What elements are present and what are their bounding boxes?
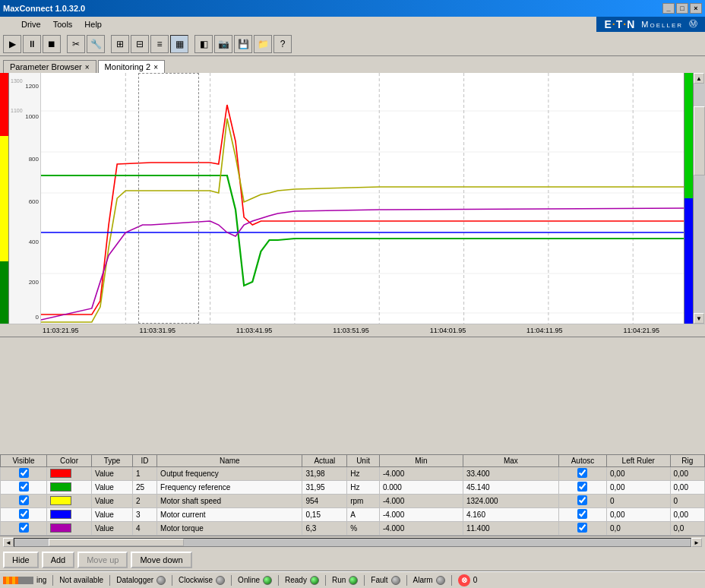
table-row[interactable]: Value1Output frequency31,98Hz0,000,00 bbox=[1, 467, 705, 481]
add-button[interactable]: Add bbox=[42, 552, 75, 568]
divider-8 bbox=[406, 575, 407, 586]
toolbar-btn-help[interactable]: ? bbox=[273, 35, 292, 53]
cell-name: Motor shaft speed bbox=[157, 495, 302, 508]
table-row[interactable]: Value4Motor torque6,3%0,00,0 bbox=[1, 522, 705, 536]
cell-type: Value bbox=[92, 495, 133, 508]
toolbar-btn-2[interactable]: ⏸ bbox=[23, 35, 41, 53]
cell-rig: 0,00 bbox=[670, 508, 704, 522]
menu-item-tools[interactable]: Tools bbox=[47, 18, 79, 30]
cell-min[interactable] bbox=[379, 495, 463, 508]
cell-unit: % bbox=[347, 522, 380, 536]
cell-color bbox=[47, 495, 92, 508]
cell-visible[interactable] bbox=[1, 495, 47, 508]
move-down-button[interactable]: Move down bbox=[131, 552, 191, 568]
menu-item-drive[interactable]: Drive bbox=[15, 18, 47, 30]
status-online: Online bbox=[238, 576, 272, 585]
th-leftruler: Left Ruler bbox=[607, 455, 671, 467]
cell-leftruler: 0,00 bbox=[607, 481, 671, 495]
scroll-track-v bbox=[694, 84, 705, 313]
table-row[interactable]: Value25Frequency reference31,95Hz0,000,0… bbox=[1, 481, 705, 495]
online-label: Online bbox=[238, 576, 260, 584]
tab-parameter-browser[interactable]: Parameter Browser × bbox=[3, 60, 96, 73]
scroll-down-btn[interactable]: ▼ bbox=[694, 313, 704, 324]
status-bar: ing Not available Datalogger Clockwise O… bbox=[0, 571, 705, 588]
toolbar-btn-9[interactable]: ▦ bbox=[170, 35, 188, 53]
th-rig: Rig bbox=[670, 455, 704, 467]
v-scrollbar[interactable]: ▲ ▼ bbox=[693, 73, 705, 324]
cell-autosc[interactable] bbox=[558, 522, 606, 536]
cell-max[interactable] bbox=[463, 467, 558, 481]
close-button[interactable]: × bbox=[690, 3, 702, 14]
monitoring-content: 1200 1000 800 600 400 200 0 1300 1100 bbox=[0, 73, 705, 571]
cell-autosc[interactable] bbox=[558, 495, 606, 508]
cell-unit: rpm bbox=[347, 495, 380, 508]
time-label-2: 11:03:41.95 bbox=[236, 327, 273, 334]
table-row[interactable]: Value3Motor current0,15A0,000,00 bbox=[1, 508, 705, 522]
toolbar-btn-1[interactable]: ▶ bbox=[3, 35, 21, 53]
svg-rect-2 bbox=[41, 73, 684, 324]
h-scrollbar[interactable]: ◄ ► bbox=[0, 536, 705, 548]
scroll-up-btn[interactable]: ▲ bbox=[694, 73, 704, 84]
menu-item-help[interactable]: Help bbox=[78, 18, 108, 30]
divider-7 bbox=[364, 575, 365, 586]
cell-max[interactable] bbox=[463, 508, 558, 522]
cell-id: 1 bbox=[133, 467, 157, 481]
cell-min[interactable] bbox=[379, 481, 463, 495]
toolbar-btn-10[interactable]: ◧ bbox=[194, 35, 213, 53]
menu-item-empty[interactable] bbox=[3, 23, 15, 26]
cell-actual: 954 bbox=[302, 495, 347, 508]
cell-autosc[interactable] bbox=[558, 508, 606, 522]
menu-bar: Drive Tools Help bbox=[0, 17, 596, 32]
cell-type: Value bbox=[92, 522, 133, 536]
right-color-bar bbox=[684, 73, 693, 324]
tab-close-parameter[interactable]: × bbox=[85, 63, 90, 71]
th-name: Name bbox=[157, 455, 302, 467]
scroll-right-btn[interactable]: ► bbox=[691, 538, 702, 547]
color-bar-right-green bbox=[684, 73, 693, 198]
toolbar-btn-4[interactable]: ✂ bbox=[67, 35, 85, 53]
toolbar-btn-12[interactable]: 💾 bbox=[234, 35, 252, 53]
tab-monitoring2[interactable]: Monitoring 2 × bbox=[98, 60, 165, 73]
scroll-left-btn[interactable]: ◄ bbox=[3, 538, 14, 547]
table-row[interactable]: Value2Motor shaft speed954rpm00 bbox=[1, 495, 705, 508]
ready-led bbox=[310, 576, 319, 585]
error-icon: ⊗ bbox=[458, 574, 470, 586]
cell-rig: 0,00 bbox=[670, 481, 704, 495]
divider-6 bbox=[325, 575, 326, 586]
cell-min[interactable] bbox=[379, 508, 463, 522]
minimize-button[interactable]: _ bbox=[662, 3, 675, 14]
th-actual: Actual bbox=[302, 455, 347, 467]
cell-autosc[interactable] bbox=[558, 481, 606, 495]
maximize-button[interactable]: □ bbox=[676, 3, 688, 14]
cell-max[interactable] bbox=[463, 481, 558, 495]
cell-visible[interactable] bbox=[1, 522, 47, 536]
data-table: Visible Color Type ID Name Actual Unit M… bbox=[0, 454, 705, 536]
scroll-thumb-h[interactable] bbox=[49, 539, 184, 546]
toolbar-btn-3[interactable]: ⏹ bbox=[43, 35, 61, 53]
run-led bbox=[349, 576, 358, 585]
toolbar-btn-5[interactable]: 🔧 bbox=[87, 35, 105, 53]
cell-visible[interactable] bbox=[1, 467, 47, 481]
toolbar-btn-7[interactable]: ⊟ bbox=[131, 35, 149, 53]
cell-actual: 31,98 bbox=[302, 467, 347, 481]
window-controls[interactable]: _ □ × bbox=[662, 3, 702, 14]
cell-visible[interactable] bbox=[1, 508, 47, 522]
cell-name: Motor torque bbox=[157, 522, 302, 536]
toolbar-btn-13[interactable]: 📁 bbox=[254, 35, 272, 53]
cell-visible[interactable] bbox=[1, 481, 47, 495]
cell-rig: 0 bbox=[670, 495, 704, 508]
cell-max[interactable] bbox=[463, 522, 558, 536]
cell-leftruler: 0 bbox=[607, 495, 671, 508]
scroll-thumb-v[interactable] bbox=[694, 106, 705, 175]
hide-button[interactable]: Hide bbox=[3, 552, 39, 568]
cell-actual: 0,15 bbox=[302, 508, 347, 522]
cell-max[interactable] bbox=[463, 495, 558, 508]
cell-min[interactable] bbox=[379, 522, 463, 536]
tab-close-monitoring[interactable]: × bbox=[153, 63, 158, 71]
toolbar-btn-6[interactable]: ⊞ bbox=[111, 35, 129, 53]
move-up-button: Move up bbox=[77, 552, 128, 568]
toolbar-btn-11[interactable]: 📷 bbox=[214, 35, 232, 53]
cell-autosc[interactable] bbox=[558, 467, 606, 481]
toolbar-btn-8[interactable]: ≡ bbox=[150, 35, 169, 53]
cell-min[interactable] bbox=[379, 467, 463, 481]
